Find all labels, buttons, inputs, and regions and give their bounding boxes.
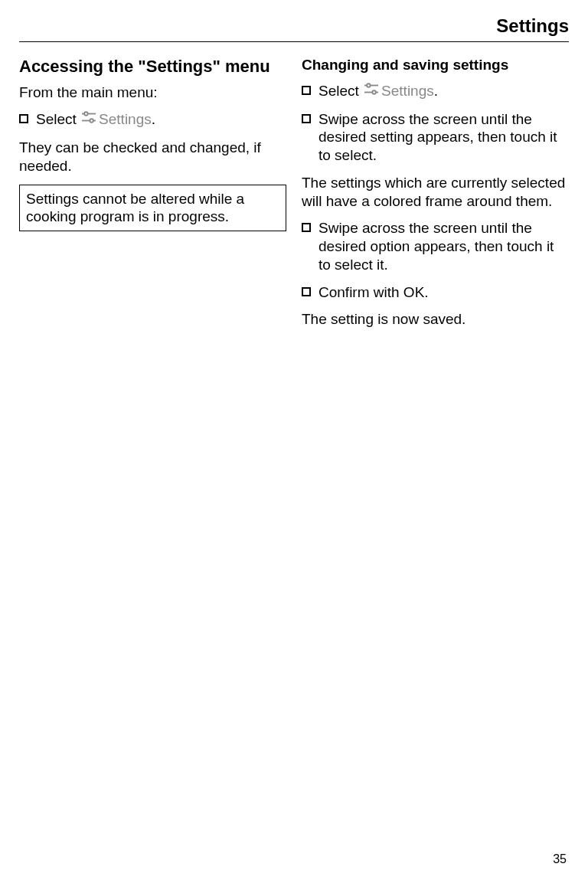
right-step-swipe-option: Swipe across the screen until the desire… <box>302 219 569 273</box>
right-column: Changing and saving settings Select Sett… <box>302 51 569 338</box>
left-heading: Accessing the "Settings" menu <box>19 56 286 77</box>
right-step-confirm: Confirm with OK. <box>302 283 569 302</box>
right-heading: Changing and saving settings <box>302 56 569 74</box>
square-bullet-icon <box>302 287 311 296</box>
select-prefix: Select <box>36 111 80 127</box>
settings-label: Settings <box>381 83 434 99</box>
list-text: Select Settings. <box>318 82 569 101</box>
content-columns: Accessing the "Settings" menu From the m… <box>19 51 569 338</box>
list-text: Confirm with OK. <box>318 283 569 302</box>
right-step-select: Select Settings. <box>302 82 569 101</box>
list-text: Swipe across the screen until the desire… <box>318 219 569 273</box>
left-step-select: Select Settings. <box>19 110 286 129</box>
page-title: Settings <box>19 15 569 42</box>
select-prefix: Select <box>318 83 363 99</box>
settings-sliders-icon <box>80 110 97 129</box>
left-checked-text: They can be checked and changed, if need… <box>19 139 286 175</box>
settings-sliders-icon <box>363 82 380 100</box>
square-bullet-icon <box>302 114 311 123</box>
select-suffix: . <box>152 111 155 127</box>
right-frame-text: The settings which are currently selecte… <box>302 174 569 211</box>
right-saved-text: The setting is now saved. <box>302 310 569 329</box>
note-box: Settings cannot be altered while a cooki… <box>19 185 286 232</box>
square-bullet-icon <box>302 86 311 95</box>
left-intro: From the main menu: <box>19 83 286 102</box>
square-bullet-icon <box>302 223 311 232</box>
select-suffix: . <box>434 83 438 99</box>
list-text: Swipe across the screen until the desire… <box>318 110 569 165</box>
left-column: Accessing the "Settings" menu From the m… <box>19 51 286 338</box>
right-step-swipe-setting: Swipe across the screen until the desire… <box>302 110 569 165</box>
list-text: Select Settings. <box>36 110 286 129</box>
page-number: 35 <box>553 852 567 866</box>
square-bullet-icon <box>19 114 28 123</box>
settings-label: Settings <box>99 111 152 127</box>
